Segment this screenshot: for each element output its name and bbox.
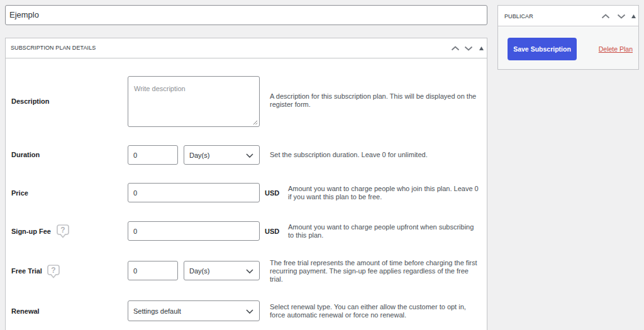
svg-text:?: ? (51, 266, 55, 275)
svg-text:?: ? (60, 226, 65, 234)
